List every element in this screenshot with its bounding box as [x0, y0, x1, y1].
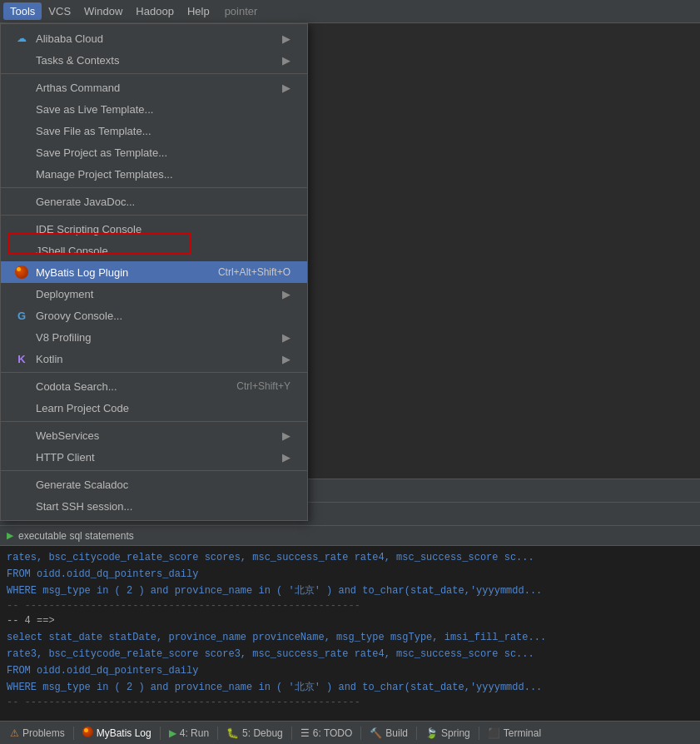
menu-item-save-file[interactable]: Save File as Template... [1, 120, 307, 141]
log-content[interactable]: rates, bsc_citycode_relate_score scores,… [0, 546, 700, 721]
menu-item-mybatis-log[interactable]: MyBatis Log Plugin Ctrl+Alt+Shift+O [1, 261, 307, 283]
submenu-arrow-kotlin: ▶ [282, 353, 290, 365]
submenu-arrow-http: ▶ [282, 451, 290, 464]
menu-item-deployment[interactable]: Deployment ▶ [1, 283, 307, 305]
v8-icon [14, 330, 29, 345]
menu-label-v8: V8 Profiling [36, 331, 276, 344]
cloud-icon: ☁ [14, 31, 29, 46]
status-debug[interactable]: 🐛 5: Debug [220, 726, 290, 741]
status-build[interactable]: 🔨 Build [363, 726, 415, 741]
menu-label-alibaba-cloud: Alibaba Cloud [36, 32, 276, 45]
menu-item-manage-project[interactable]: Manage Project Templates... [1, 163, 307, 185]
log-line-6: rate3, bsc_citycode_relate_score score3,… [0, 646, 700, 662]
submenu-arrow-v8: ▶ [282, 331, 290, 344]
status-divider-1 [73, 727, 74, 740]
jshell-icon [14, 243, 29, 258]
build-icon: 🔨 [370, 727, 382, 739]
status-problems[interactable]: ⚠ Problems [3, 726, 72, 741]
status-problems-label: Problems [22, 727, 65, 739]
status-run-label: 4: Run [180, 727, 209, 739]
log-line-3: WHERE msg_type in ( 2 ) and province_nam… [0, 583, 700, 599]
status-debug-label: 5: Debug [242, 727, 283, 739]
spring-icon: 🍃 [425, 727, 438, 739]
status-mybatis-log[interactable]: MyBatis Log [76, 725, 158, 742]
menu-label-arthas: Arthas Command [36, 82, 276, 94]
status-bar: ⚠ Problems MyBatis Log ▶ 4: Run 🐛 5: Deb… [0, 721, 700, 744]
divider-3 [1, 215, 307, 216]
status-todo-label: 6: TODO [313, 727, 353, 739]
status-run[interactable]: ▶ 4: Run [162, 726, 216, 741]
menu-label-generate-scaladoc: Generate Scaladoc [36, 479, 290, 491]
log-line-1: rates, bsc_citycode_relate_score scores,… [0, 549, 700, 566]
status-divider-5 [360, 727, 361, 740]
log-info-bar: ▶ executable sql statements [0, 526, 700, 546]
terminal-icon: ⬛ [488, 727, 500, 739]
divider-6 [1, 470, 307, 471]
save-file-icon [14, 123, 29, 138]
groovy-icon: G [14, 308, 29, 323]
menu-label-learn-project: Learn Project Code [36, 402, 290, 414]
status-terminal-label: Terminal [504, 727, 541, 739]
status-todo[interactable]: ☰ 6: TODO [294, 726, 360, 741]
status-divider-4 [291, 727, 292, 740]
divider-2 [1, 187, 307, 188]
status-divider-7 [479, 727, 479, 740]
menu-item-start-ssh[interactable]: Start SSH session... [1, 495, 307, 517]
manage-icon [14, 166, 29, 181]
menu-label-mybatis-log: MyBatis Log Plugin [36, 266, 201, 279]
menu-item-jshell[interactable]: JShell Console [1, 240, 307, 261]
divider-1 [1, 73, 307, 74]
status-spring[interactable]: 🍃 Spring [419, 726, 477, 741]
menu-item-generate-scaladoc[interactable]: Generate Scaladoc [1, 474, 307, 495]
mybatis-log-shortcut: Ctrl+Alt+Shift+O [218, 266, 290, 278]
menu-label-groovy: Groovy Console... [36, 310, 290, 322]
menu-label-ide-scripting: IDE Scripting Console [36, 223, 290, 236]
status-divider-3 [217, 727, 218, 740]
menu-item-arthas[interactable]: Arthas Command ▶ [1, 77, 307, 98]
codota-shortcut: Ctrl+Shift+Y [236, 380, 290, 392]
mybatis-status-icon [82, 727, 93, 740]
arthas-icon [14, 80, 29, 95]
menu-item-webservices[interactable]: WebServices ▶ [1, 424, 307, 446]
menu-item-v8[interactable]: V8 Profiling ▶ [1, 326, 307, 348]
log-line-5: select stat_date statDate, province_name… [0, 629, 700, 646]
log-separator-1: -- -------------------------------------… [0, 599, 700, 613]
menu-item-learn-project[interactable]: Learn Project Code [1, 397, 307, 419]
menu-hadoop[interactable]: Hadoop [129, 2, 181, 20]
menu-item-tasks-contexts[interactable]: Tasks & Contexts ▶ [1, 49, 307, 71]
status-divider-2 [160, 727, 161, 740]
codota-icon [14, 379, 29, 394]
menu-label-generate-javadoc: Generate JavaDoc... [36, 196, 290, 208]
log-info-text: executable sql statements [18, 530, 134, 542]
status-divider-6 [416, 727, 417, 740]
divider-4 [1, 372, 307, 373]
menu-vcs[interactable]: VCS [42, 2, 77, 20]
menu-item-save-project[interactable]: Save Project as Template... [1, 141, 307, 163]
menu-label-webservices: WebServices [36, 429, 276, 442]
menu-tools[interactable]: Tools [3, 2, 42, 20]
run-icon: ▶ [169, 727, 176, 739]
play-icon: ▶ [7, 530, 13, 541]
menu-item-groovy[interactable]: G Groovy Console... [1, 305, 307, 326]
submenu-arrow-alibaba: ▶ [282, 32, 290, 45]
menu-item-ide-scripting[interactable]: IDE Scripting Console [1, 218, 307, 240]
menu-item-generate-javadoc[interactable]: Generate JavaDoc... [1, 191, 307, 212]
learn-icon [14, 400, 29, 415]
menu-item-http-client[interactable]: HTTP Client ▶ [1, 446, 307, 468]
menu-item-kotlin[interactable]: K Kotlin ▶ [1, 348, 307, 370]
menu-item-save-live[interactable]: Save as Live Template... [1, 98, 307, 120]
kotlin-icon: K [14, 351, 29, 366]
submenu-arrow-arthas: ▶ [282, 82, 290, 94]
menu-window[interactable]: Window [77, 2, 129, 20]
tasks-icon [14, 52, 29, 67]
scripting-icon [14, 221, 29, 236]
menu-label-deployment: Deployment [36, 288, 276, 300]
status-terminal[interactable]: ⬛ Terminal [481, 726, 548, 741]
menu-item-alibaba-cloud[interactable]: ☁ Alibaba Cloud ▶ [1, 27, 307, 49]
tools-dropdown: ☁ Alibaba Cloud ▶ Tasks & Contexts ▶ Art… [0, 23, 308, 521]
todo-icon: ☰ [300, 727, 310, 739]
status-mybatis-label: MyBatis Log [97, 727, 151, 739]
menu-help[interactable]: Help [181, 2, 216, 20]
scaladoc-icon [14, 477, 29, 492]
menu-item-codota[interactable]: Codota Search... Ctrl+Shift+Y [1, 375, 307, 397]
